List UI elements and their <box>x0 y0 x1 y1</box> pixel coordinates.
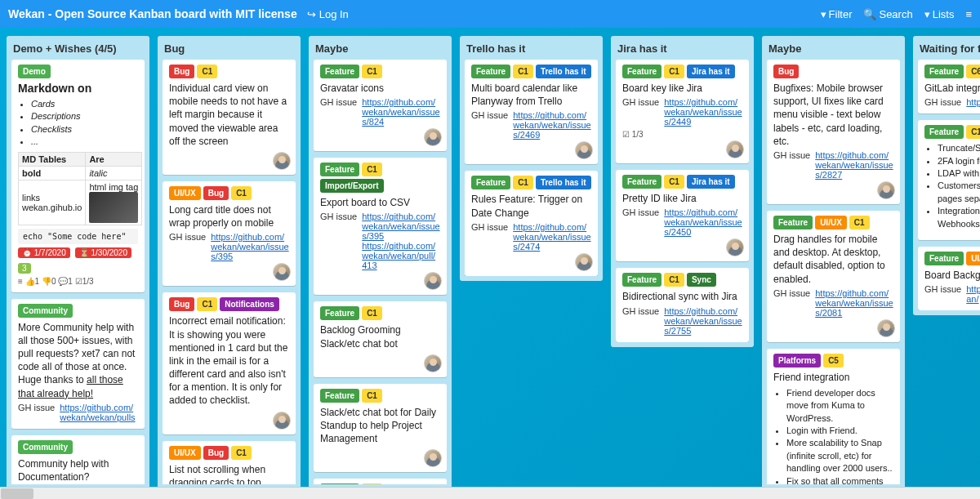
list-title[interactable]: Waiting for funding <box>918 41 980 60</box>
card-text: Drag handles for mobile and desktop. At … <box>773 233 893 286</box>
card-label: Feature <box>622 175 662 189</box>
card-label: C14+Sa <box>966 125 980 139</box>
board-canvas[interactable]: Demo + Wishes (4/5)DemoMarkdown onCardsD… <box>0 28 980 487</box>
card[interactable]: DemoMarkdown onCardsDescriptionsChecklis… <box>11 60 145 292</box>
card-label: Bug <box>169 297 194 311</box>
card-label: C1 <box>664 65 684 78</box>
list-title[interactable]: Maybe <box>314 41 447 60</box>
list-title[interactable]: Maybe <box>767 41 900 60</box>
card-label: C1 <box>513 65 533 78</box>
card-label: UI/UX <box>169 446 201 460</box>
card-label: C5 <box>823 354 844 368</box>
card[interactable]: CommunityCommunity help with Documentati… <box>11 435 145 484</box>
gh-link[interactable]: https://github.com/wekan/wekan/issues/24… <box>513 110 590 140</box>
gh-label: GH issue <box>320 212 357 270</box>
card-label: Sync <box>687 273 716 287</box>
gh-link[interactable]: https://github.com/ <box>966 97 980 107</box>
card-label: Community <box>18 440 73 454</box>
scrollbar-thumb[interactable] <box>1 488 33 499</box>
card[interactable]: FeatureC1Trello has itMulti board calend… <box>465 60 598 164</box>
list-title[interactable]: Bug <box>163 41 296 60</box>
list: Jira has itFeatureC1Jira has itBoard key… <box>611 36 754 347</box>
search-button[interactable]: 🔍 Search <box>863 8 912 20</box>
card-label: Feature <box>320 306 359 320</box>
gh-link[interactable]: https://github.com/wekan/wekan/issues/24… <box>664 207 742 237</box>
member-avatar[interactable] <box>424 128 442 146</box>
gh-link[interactable]: https://github.com/wekan/wekan/issues/24… <box>513 222 590 252</box>
gh-link[interactable]: https://github.com/wekan/wekan/issues/28… <box>815 150 893 180</box>
card-label: Feature <box>924 252 964 265</box>
list-title[interactable]: Demo + Wishes (4/5) <box>11 41 145 60</box>
card[interactable]: FeatureC1Backlog Grooming Slack/etc chat… <box>314 301 447 376</box>
card[interactable]: FeatureC1Trello has itRules Feature: Tri… <box>465 171 598 275</box>
card-label: Bug <box>203 186 229 200</box>
card[interactable]: UI/UXBugC1Long card title does not wrap … <box>163 181 296 286</box>
gh-link[interactable]: https://github.com/wekan/wekan/issues/20… <box>815 288 893 318</box>
card-meta: ☑ 1/3 <box>622 130 742 139</box>
horizontal-scrollbar[interactable] <box>0 487 980 499</box>
gh-link[interactable]: https://github.com/wekan/wekan/issues/27… <box>664 306 742 336</box>
card[interactable]: FeatureC1Import/ExportExport board to CS… <box>314 158 447 295</box>
card-text: Multi board calendar like Planyway from … <box>471 82 591 108</box>
card-text: Individual card view on mobile needs to … <box>169 82 289 148</box>
card-text: Friend integration <box>773 371 893 384</box>
card-text: Bugfixes: Mobile browser support, UI fix… <box>773 82 893 148</box>
card-label: C1 <box>231 186 252 200</box>
member-avatar[interactable] <box>424 354 442 372</box>
card[interactable]: FeatureUI/UXC1Drag handles for mobile an… <box>767 211 900 342</box>
card[interactable]: BugC1NotificationsIncorrect email notifi… <box>163 292 296 434</box>
date-badge: ⏳ 1/30/2020 <box>75 247 131 258</box>
card-text: Long card title does not wrap properly o… <box>169 203 289 229</box>
list-title[interactable]: Trello has it <box>465 41 598 60</box>
gh-link[interactable]: https://github.com/wekan/wekan/issues/39… <box>211 232 288 261</box>
card-heading: Markdown on <box>18 82 138 95</box>
gh-label: GH issue <box>471 110 508 140</box>
card[interactable]: FeatureC1Slack/etc chat bot for Daily St… <box>314 384 447 473</box>
card[interactable]: UI/UXBugC1List not scrolling when draggi… <box>163 441 296 484</box>
card[interactable]: PlatformsC5Friend integrationFriend deve… <box>767 349 900 484</box>
member-avatar[interactable] <box>877 319 895 337</box>
card[interactable]: FeatureUI/UXBoard Background IGH issueht… <box>918 247 980 310</box>
card[interactable]: FeatureC1SyncBidirectional sync with Jir… <box>616 268 749 341</box>
card-text: Bidirectional sync with Jira <box>622 290 742 303</box>
member-avatar[interactable] <box>273 412 291 430</box>
member-avatar[interactable] <box>273 152 291 170</box>
menu-icon[interactable]: ≡ <box>965 8 972 20</box>
gh-link[interactable]: https://github.com/wekan/wekan/pulls <box>60 403 135 422</box>
member-avatar[interactable] <box>424 272 442 290</box>
member-avatar[interactable] <box>726 140 744 158</box>
member-avatar[interactable] <box>575 253 593 271</box>
login-link[interactable]: ↪ Log In <box>307 8 349 20</box>
gh-link[interactable]: https://github.com/wekan/wekan/issues/24… <box>664 97 742 127</box>
member-avatar[interactable] <box>877 181 895 199</box>
member-avatar[interactable] <box>424 449 442 467</box>
card[interactable]: FeatureC1Jira has itBoard key like JiraG… <box>616 60 749 163</box>
card-label: C1 <box>849 216 870 229</box>
gh-link[interactable]: https://github.com/wekan/wekan/pull/413 <box>362 241 435 270</box>
filter-button[interactable]: ▾ Filter <box>821 8 853 20</box>
list-title[interactable]: Jira has it <box>616 41 749 60</box>
card[interactable]: FeatureC650GitLab integrationGH issuehtt… <box>918 60 980 114</box>
card-label: Feature <box>471 176 510 189</box>
card[interactable]: BugBugfixes: Mobile browser support, UI … <box>767 60 900 204</box>
card[interactable]: FeatureC1My Cards View <box>314 479 447 484</box>
lists-button[interactable]: ▾ Lists <box>924 8 955 20</box>
card-label: Community <box>18 304 73 318</box>
card[interactable]: BugC1Individual card view on mobile need… <box>163 60 296 175</box>
gh-link[interactable]: https://github.com/wekan/wekan/issues/39… <box>362 212 439 241</box>
date-badge: ⏰ 1/7/2020 <box>18 247 70 258</box>
card-label: Platforms <box>773 354 821 368</box>
card-text: GitLab integration <box>924 82 980 95</box>
member-avatar[interactable] <box>273 263 291 281</box>
card[interactable]: FeatureC1Gravatar iconsGH issuehttps://g… <box>314 60 447 151</box>
member-avatar[interactable] <box>575 141 593 159</box>
card[interactable]: FeatureC14+SaTruncate/Scroll b2FA login … <box>918 120 980 240</box>
gh-link[interactable]: https://github.com/wekan/wekan/issues/82… <box>362 97 439 127</box>
gh-label: GH issue <box>622 207 659 237</box>
list: Demo + Wishes (4/5)DemoMarkdown onCardsD… <box>7 36 149 487</box>
gh-link[interactable]: https://github.com/an/ <box>966 284 980 304</box>
card[interactable]: FeatureC1Jira has itPretty ID like JiraG… <box>616 170 749 261</box>
member-avatar[interactable] <box>726 238 744 256</box>
card[interactable]: CommunityMore Community help with all th… <box>11 299 145 429</box>
search-icon: 🔍 <box>863 8 876 20</box>
